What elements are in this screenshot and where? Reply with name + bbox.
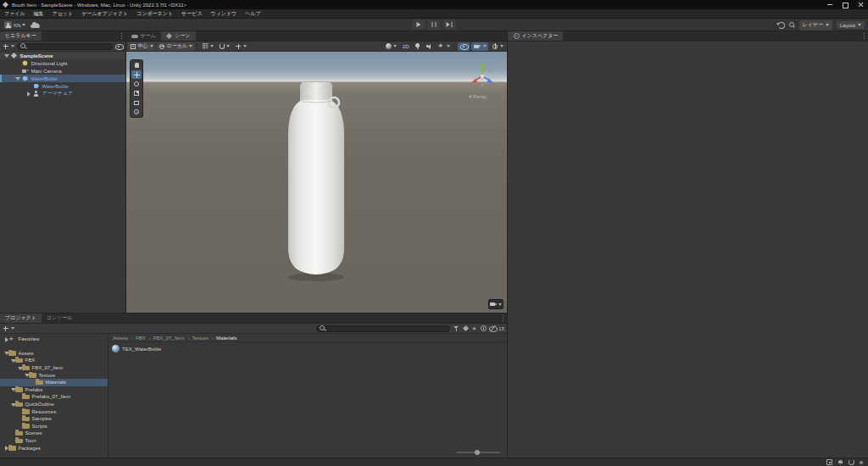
- 2d-toggle[interactable]: 2D: [400, 42, 411, 51]
- view-tool-button[interactable]: [131, 61, 142, 69]
- foldout-arrow-icon[interactable]: [16, 364, 22, 371]
- chevron-down-icon[interactable]: [11, 45, 14, 47]
- foldout-arrow-icon[interactable]: [25, 83, 32, 90]
- slider-knob[interactable]: [475, 450, 480, 455]
- menu-item[interactable]: ウィンドウ: [207, 9, 242, 19]
- hierarchy-row[interactable]: SampleScene: [0, 52, 125, 59]
- rect-tool-button[interactable]: [131, 98, 142, 107]
- search-by-type-icon[interactable]: [453, 325, 459, 331]
- hierarchy-panel-menu[interactable]: [117, 31, 125, 41]
- project-search-input[interactable]: [316, 325, 450, 332]
- minimize-button[interactable]: [822, 0, 837, 9]
- axis-orientation-gizmo[interactable]: [467, 60, 498, 91]
- bottom-tab[interactable]: コンソール: [42, 313, 78, 323]
- folder-row[interactable]: FBX_07_Item: [0, 364, 108, 372]
- snap-settings-button[interactable]: [217, 42, 231, 51]
- folder-row[interactable]: Toon: [0, 437, 108, 445]
- project-panel-menu[interactable]: [498, 313, 507, 323]
- project-add-button[interactable]: [3, 325, 8, 331]
- move-tool-button[interactable]: [131, 70, 142, 79]
- inspector-panel-menu[interactable]: [860, 31, 868, 41]
- camera-settings-dropdown[interactable]: [471, 42, 488, 51]
- foldout-arrow-icon[interactable]: [16, 415, 22, 422]
- folder-row[interactable]: Favorites: [0, 336, 108, 343]
- breadcrumb-item[interactable]: Texture: [185, 336, 209, 341]
- foldout-arrow-icon[interactable]: [16, 408, 22, 415]
- undo-history-icon[interactable]: [778, 22, 785, 29]
- folder-row[interactable]: QuickOutline: [0, 401, 108, 408]
- hierarchy-row[interactable]: WaterBottle: [0, 75, 125, 82]
- folder-row[interactable]: Materials: [0, 379, 108, 386]
- folder-row[interactable]: Texture: [0, 371, 108, 379]
- folder-row[interactable]: Samples: [0, 415, 108, 423]
- breadcrumb-item[interactable]: Materials: [209, 336, 237, 341]
- folder-row[interactable]: Prefabs_07_Item: [0, 393, 108, 401]
- menu-item[interactable]: ヘルプ: [241, 9, 264, 19]
- foldout-arrow-icon[interactable]: [23, 372, 29, 379]
- foldout-arrow-icon[interactable]: [9, 386, 15, 393]
- asset-item[interactable]: TEX_WaterBottle: [108, 342, 507, 355]
- hierarchy-visibility-icon[interactable]: [115, 43, 123, 49]
- hierarchy-row[interactable]: WaterBottle: [0, 82, 125, 90]
- tab-inspector[interactable]: インスペクター: [508, 31, 563, 41]
- layers-dropdown[interactable]: レイヤー: [799, 20, 832, 31]
- menu-item[interactable]: ゲームオブジェクト: [77, 9, 132, 19]
- bottom-tab[interactable]: プロジェクト: [0, 313, 42, 323]
- step-button[interactable]: [443, 19, 456, 30]
- account-button[interactable]: KN: [3, 21, 27, 29]
- hierarchy-add-button[interactable]: [3, 43, 8, 49]
- hidden-packages-toggle[interactable]: 15: [489, 325, 504, 332]
- folder-row[interactable]: Scripts: [0, 423, 108, 430]
- hierarchy-row[interactable]: Main Camera: [0, 67, 125, 75]
- foldout-arrow-icon[interactable]: [3, 350, 8, 357]
- global-search-icon[interactable]: [789, 22, 795, 28]
- hierarchy-row[interactable]: アーマチュア: [0, 90, 125, 97]
- foldout-arrow-icon[interactable]: [9, 437, 15, 444]
- menu-item[interactable]: 編集: [30, 9, 48, 19]
- foldout-arrow-icon[interactable]: [9, 357, 15, 363]
- gizmos-dropdown[interactable]: [490, 42, 505, 51]
- scene-visibility-toggle[interactable]: [458, 42, 470, 51]
- orientation-dropdown[interactable]: ローカル: [157, 42, 194, 51]
- menu-item[interactable]: コンポーネント: [132, 9, 177, 19]
- foldout-arrow-icon[interactable]: [30, 379, 36, 386]
- folder-row[interactable]: Assets: [0, 350, 108, 358]
- breadcrumb-item[interactable]: FBX_07_Item: [147, 336, 186, 341]
- maximize-button[interactable]: [837, 0, 853, 9]
- view-tab[interactable]: ゲーム: [126, 31, 161, 41]
- foldout-arrow-icon[interactable]: [14, 60, 21, 67]
- scene-canvas[interactable]: Persp: [126, 52, 507, 313]
- shading-mode-dropdown[interactable]: [383, 42, 398, 51]
- foldout-arrow-icon[interactable]: [9, 430, 15, 436]
- folder-row[interactable]: Scenes: [0, 430, 108, 437]
- folder-row[interactable]: Packages: [0, 444, 108, 452]
- folder-row[interactable]: Resources: [0, 408, 108, 415]
- chevron-down-icon[interactable]: [11, 327, 14, 330]
- cloud-services-icon[interactable]: [31, 22, 40, 28]
- projection-toggle[interactable]: Persp: [469, 94, 487, 99]
- rotate-tool-button[interactable]: [131, 80, 142, 88]
- breadcrumb-item[interactable]: FBX: [129, 336, 147, 341]
- pivot-mode-dropdown[interactable]: 中心: [128, 42, 155, 51]
- scene-camera-button[interactable]: [488, 299, 504, 309]
- close-button[interactable]: [853, 0, 868, 9]
- foldout-arrow-icon[interactable]: [3, 53, 10, 59]
- view-tab[interactable]: シーン: [161, 31, 196, 41]
- hierarchy-row[interactable]: Directional Light: [0, 59, 125, 67]
- grid-visibility-dropdown[interactable]: [200, 42, 215, 51]
- search-by-label-icon[interactable]: [462, 325, 469, 332]
- thumbnail-zoom-slider[interactable]: [456, 452, 500, 453]
- foldout-arrow-icon[interactable]: [14, 75, 21, 82]
- menu-item[interactable]: アセット: [48, 9, 78, 19]
- foldout-arrow-icon[interactable]: [3, 336, 8, 342]
- info-icon[interactable]: [481, 325, 487, 331]
- menu-item[interactable]: サービス: [177, 9, 206, 19]
- cache-server-icon[interactable]: [826, 459, 832, 465]
- hierarchy-search-input[interactable]: [17, 43, 113, 50]
- foldout-arrow-icon[interactable]: [16, 423, 22, 430]
- foldout-arrow-icon[interactable]: [14, 68, 21, 75]
- menu-item[interactable]: ファイル: [0, 9, 30, 19]
- save-search-icon[interactable]: [471, 325, 478, 332]
- notifications-bell-icon[interactable]: [837, 459, 843, 466]
- foldout-arrow-icon[interactable]: [25, 91, 32, 97]
